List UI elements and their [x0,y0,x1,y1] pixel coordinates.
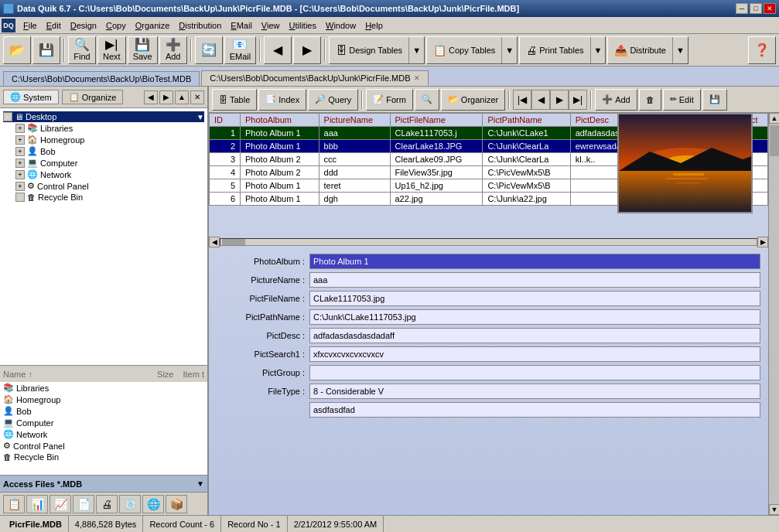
tab-system[interactable]: 🌐 System [3,90,59,104]
input-extra[interactable] [309,402,760,418]
v-scroll-track[interactable] [769,124,779,504]
input-photoalbum[interactable] [309,254,760,269]
search-button[interactable]: 🔍 [415,89,439,111]
desktop-dropdown[interactable]: ▼ [196,113,204,121]
tab-bio[interactable]: C:\Users\Bob\Documents\BackUp\BioTest.MD… [3,71,200,86]
copy-tables-group[interactable]: 📋 Copy Tables ▼ [426,36,518,64]
v-scroll-down[interactable]: ▼ [769,504,779,515]
v-scroll-thumb[interactable] [770,125,779,156]
bottom-icon-3[interactable]: 📈 [50,495,71,513]
tree-item-desktop[interactable]: - 🖥 Desktop ▼ [3,111,204,122]
expand-computer[interactable]: + [15,159,25,168]
menu-view[interactable]: View [257,19,285,32]
design-tables-dropdown[interactable]: ▼ [408,37,424,63]
file-item[interactable]: 🌐 Network [0,428,207,440]
menu-distribution[interactable]: Distribution [174,19,226,32]
nav-next-button-r[interactable]: ▶ [550,90,569,110]
file-item[interactable]: 📚 Libraries [0,382,207,394]
h-scroll-thumb[interactable] [222,239,245,245]
nav-first-button[interactable]: |◀ [513,90,531,110]
menu-file[interactable]: File [19,19,42,32]
save-record-button[interactable]: 💾 [702,89,727,111]
table-button[interactable]: 🗄 Table [212,89,257,111]
tree-item-recycle-bin[interactable]: 🗑 Recycle Bin [3,192,204,203]
menu-design[interactable]: Design [66,19,101,32]
menu-help[interactable]: Help [360,19,388,32]
add-record-button[interactable]: ➕ Add [595,89,637,111]
find-button[interactable]: 🔍 Find [68,36,96,64]
copy-tables-button[interactable]: 📋 Copy Tables [427,37,501,63]
panel-back-button[interactable]: ◀ [144,90,158,104]
input-picturename[interactable] [309,272,760,288]
bottom-icon-8[interactable]: 📦 [166,495,187,513]
menu-copy[interactable]: Copy [101,19,131,32]
bottom-icon-7[interactable]: 🌐 [142,495,164,513]
distribute-dropdown[interactable]: ▼ [672,37,688,63]
expand-network[interactable]: + [15,170,25,179]
tree-item-control-panel[interactable]: + ⚙ Control Panel [3,180,204,192]
copy-tables-dropdown[interactable]: ▼ [501,37,517,63]
tree-item-network[interactable]: + 🌐 Network [3,169,204,180]
help-button[interactable]: ❓ [748,36,776,64]
expand-libraries[interactable]: + [15,124,25,133]
menu-email[interactable]: EMail [226,19,257,32]
form-button[interactable]: 📝 Form [366,89,413,111]
expand-desktop[interactable]: - [3,112,12,121]
bottom-icon-5[interactable]: 🖨 [96,495,118,513]
input-pictsearch1[interactable] [309,346,760,362]
panel-close-button[interactable]: ✕ [190,90,204,104]
tab-close-icon[interactable]: ✕ [414,74,420,82]
minimize-button[interactable]: ─ [736,3,748,14]
nav-prev-button[interactable]: ◀ [264,36,292,64]
open-button[interactable]: 📂 [3,36,31,64]
save2-button[interactable]: 💾 [32,36,60,64]
nav-prev-button[interactable]: ◀ [531,90,550,110]
input-pictpathname[interactable] [309,309,760,325]
design-tables-button[interactable]: 🗄 Design Tables [330,37,408,63]
query-button[interactable]: 🔎 Query [308,89,358,111]
tree-item-bob[interactable]: + 👤 Bob [3,145,204,157]
expand-homegroup[interactable]: + [15,135,25,145]
save-button[interactable]: 💾 Save [128,36,158,64]
next-button[interactable]: ▶| Next [97,36,126,64]
expand-control-panel[interactable]: + [15,182,25,191]
access-files-dropdown[interactable]: ▼ [196,479,204,488]
input-pictdesc[interactable] [309,328,760,343]
tree-item-libraries[interactable]: + 📚 Libraries [3,122,204,134]
file-item[interactable]: 🗑 Recycle Bin [0,452,207,462]
print-tables-button[interactable]: 🖨 Print Tables [520,37,589,63]
design-tables-group[interactable]: 🗄 Design Tables ▼ [329,36,425,64]
tab-picr[interactable]: C:\Users\Bob\Documents\BackUp\Junk\PicrF… [201,70,428,86]
input-filetype[interactable] [309,384,760,399]
file-item[interactable]: 🏠 Homegroup [0,394,207,405]
bottom-icon-6[interactable]: 💿 [119,495,141,513]
refresh-button[interactable]: 🔄 [195,36,223,64]
panel-up-button[interactable]: ▲ [175,90,189,104]
organizer-button[interactable]: 📂 Organizer [441,89,505,111]
distribute-button[interactable]: 📤 Distribute [608,37,671,63]
restore-button[interactable]: □ [750,3,762,14]
bottom-icon-1[interactable]: 📋 [3,495,25,513]
menu-window[interactable]: Window [321,19,360,32]
tree-item-homegroup[interactable]: + 🏠 Homegroup [3,134,204,145]
add-button[interactable]: ➕ Add [159,36,187,64]
close-button[interactable]: ✕ [764,3,776,14]
expand-recycle-bin[interactable] [15,193,25,202]
menu-organize[interactable]: Organize [131,19,175,32]
input-pictgroup[interactable] [309,365,760,380]
file-item[interactable]: ⚙ Control Panel [0,440,207,452]
expand-bob[interactable]: + [15,147,25,156]
input-pictfilename[interactable] [309,291,760,306]
h-scroll-left[interactable]: ◀ [209,237,220,247]
file-item[interactable]: 👤 Bob [0,405,207,417]
email-button[interactable]: 📧 EMail [224,36,257,64]
tree-item-computer[interactable]: + 💻 Computer [3,157,204,169]
print-tables-dropdown[interactable]: ▼ [590,37,606,63]
distribute-group[interactable]: 📤 Distribute ▼ [607,36,688,64]
delete-button[interactable]: 🗑 [639,89,661,111]
nav-next-button[interactable]: ▶ [293,36,321,64]
h-scroll-right[interactable]: ▶ [757,237,768,247]
index-button[interactable]: 📑 Index [258,89,306,111]
print-tables-group[interactable]: 🖨 Print Tables ▼ [519,36,606,64]
file-item[interactable]: 💻 Computer [0,417,207,428]
